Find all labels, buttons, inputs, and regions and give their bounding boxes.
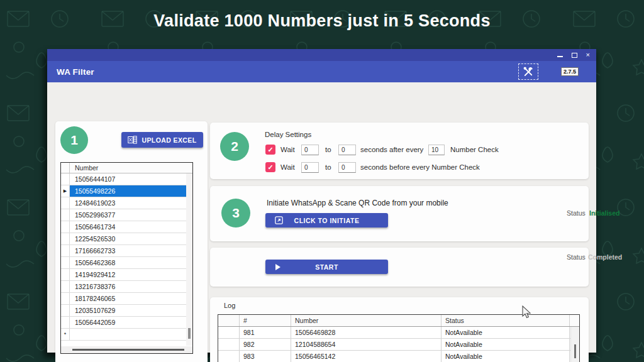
number-cell[interactable]: 18178246065 [70, 293, 186, 304]
delay-before-from-input[interactable] [301, 162, 319, 173]
log-cell[interactable]: NotAvailable [441, 327, 570, 338]
log-row-header-cell[interactable] [218, 339, 240, 350]
log-cell[interactable]: 982 [240, 339, 291, 350]
number-row[interactable]: 18178246065 [61, 293, 192, 305]
click-to-initiate-label: CLICK TO INITIATE [294, 217, 360, 224]
step-3-badge: 3 [221, 199, 250, 228]
number-row[interactable]: 14194929412 [61, 269, 192, 281]
app-title: WA Filter [57, 67, 94, 77]
number-row[interactable]: ▶15055498226 [61, 185, 192, 197]
upload-excel-button[interactable]: UPLOAD EXCEL [121, 132, 203, 148]
row-header-cell[interactable] [61, 281, 70, 292]
row-header-cell[interactable] [61, 317, 70, 328]
log-row[interactable]: 98212104588654NotAvailable [218, 339, 579, 351]
start-status-label: Status [567, 253, 586, 261]
to-label-2: to [325, 163, 331, 171]
numbers-grid-hscrollbar[interactable] [61, 346, 192, 353]
external-link-icon [274, 216, 284, 225]
log-col-status[interactable]: Status [441, 315, 570, 326]
log-vscrollbar[interactable] [570, 327, 579, 362]
number-cell[interactable]: 12484619023 [70, 197, 186, 209]
number-row[interactable]: 15056462368 [61, 257, 192, 269]
number-cell[interactable]: 15056461734 [70, 221, 186, 233]
click-to-initiate-button[interactable]: CLICK TO INITIATE [265, 213, 388, 228]
close-icon[interactable]: × [586, 52, 590, 58]
row-header-cell[interactable] [61, 269, 70, 280]
wait-before-checkbox[interactable]: ✓ [265, 162, 275, 172]
number-row[interactable]: 15056461734 [61, 221, 192, 233]
number-row[interactable]: 13216738376 [61, 281, 192, 293]
log-col-num[interactable]: # [240, 315, 291, 326]
numbers-grid-body: 15056444107▶1505549822612484619023150529… [61, 173, 192, 329]
log-cell[interactable]: NotAvailable [441, 351, 570, 362]
number-row[interactable]: 17166662733 [61, 245, 192, 257]
log-cell[interactable]: 12104588654 [291, 339, 441, 350]
row-header-cell[interactable] [61, 221, 70, 233]
number-cell[interactable]: 17166662733 [70, 245, 186, 256]
to-label-1: to [325, 146, 331, 153]
log-col-number[interactable]: Number [291, 315, 441, 326]
number-cell[interactable]: 15055498226 [70, 185, 186, 197]
log-table[interactable]: # Number Status 98115056469828NotAvailab… [218, 314, 580, 362]
row-header-cell[interactable] [61, 173, 70, 185]
settings-tools-button[interactable] [518, 63, 538, 80]
number-cell[interactable]: 14194929412 [70, 269, 186, 280]
log-cell[interactable]: 15056465142 [291, 351, 441, 362]
new-row[interactable]: * [61, 329, 192, 341]
new-row-cell[interactable] [70, 329, 186, 340]
number-check-count-input[interactable] [428, 145, 445, 155]
row-header-cell[interactable] [61, 305, 70, 316]
row-header-cell[interactable] [61, 245, 70, 256]
log-row-header-corner [218, 315, 240, 326]
hscroll-thumb[interactable] [72, 349, 184, 351]
row-header-cell[interactable] [61, 257, 70, 268]
log-vscroll-thumb[interactable] [574, 344, 576, 358]
row-header-cell[interactable] [61, 209, 70, 221]
numbers-grid-vscrollbar[interactable] [186, 173, 192, 346]
vscroll-thumb[interactable] [188, 328, 191, 339]
number-column-header[interactable]: Number [70, 163, 192, 173]
row-header-cell[interactable] [61, 293, 70, 304]
log-row-header-cell[interactable] [218, 327, 240, 338]
log-title: Log [224, 302, 235, 309]
number-cell[interactable]: 15052996377 [70, 209, 186, 221]
log-row-header-cell[interactable] [218, 351, 240, 362]
number-row[interactable]: 12484619023 [61, 197, 192, 209]
number-cell[interactable]: 12254526530 [70, 233, 186, 244]
log-row[interactable]: 98115056469828NotAvailable [218, 327, 579, 339]
delay-after-from-input[interactable] [301, 145, 319, 155]
log-cell[interactable]: 15056469828 [291, 327, 441, 338]
number-cell[interactable]: 13216738376 [70, 281, 186, 292]
number-row[interactable]: 12035107629 [61, 305, 192, 317]
delay-before-to-input[interactable] [338, 162, 356, 173]
number-cell[interactable]: 15056442059 [70, 317, 186, 328]
numbers-grid[interactable]: Number 15056444107▶150554982261248461902… [60, 162, 193, 354]
number-cell[interactable]: 15056462368 [70, 257, 186, 268]
row-header-cell[interactable]: ▶ [61, 185, 70, 197]
number-row[interactable]: 15056442059 [61, 317, 192, 329]
delay-after-to-input[interactable] [338, 145, 356, 155]
number-cell[interactable]: 12035107629 [70, 305, 186, 316]
excel-icon [128, 136, 137, 144]
wait-after-checkbox[interactable]: ✓ [265, 145, 275, 155]
number-row[interactable]: 15056444107 [61, 173, 192, 185]
numbers-grid-header: Number [61, 163, 192, 173]
log-row[interactable]: 98315056465142NotAvailable [218, 351, 579, 362]
maximize-icon[interactable] [572, 53, 577, 58]
delay-settings-title: Delay Settings [265, 131, 311, 138]
mouse-cursor [522, 305, 532, 319]
window-control-strip: × [47, 49, 596, 61]
log-cell[interactable]: 981 [240, 327, 291, 338]
window-content: 1 UPLOAD EXCEL Number 15056444 [47, 82, 596, 353]
log-cell[interactable]: 983 [240, 351, 291, 362]
start-button[interactable]: START [265, 260, 388, 274]
row-header-cell[interactable] [61, 233, 70, 244]
number-row[interactable]: 12254526530 [61, 233, 192, 245]
number-row[interactable]: 15052996377 [61, 209, 192, 221]
number-check-label: Number Check [450, 146, 499, 153]
wait-before-label: Wait [280, 163, 295, 171]
number-cell[interactable]: 15056444107 [70, 173, 186, 185]
minimize-icon[interactable] [557, 56, 563, 57]
row-header-cell[interactable] [61, 197, 70, 209]
log-cell[interactable]: NotAvailable [441, 339, 570, 350]
